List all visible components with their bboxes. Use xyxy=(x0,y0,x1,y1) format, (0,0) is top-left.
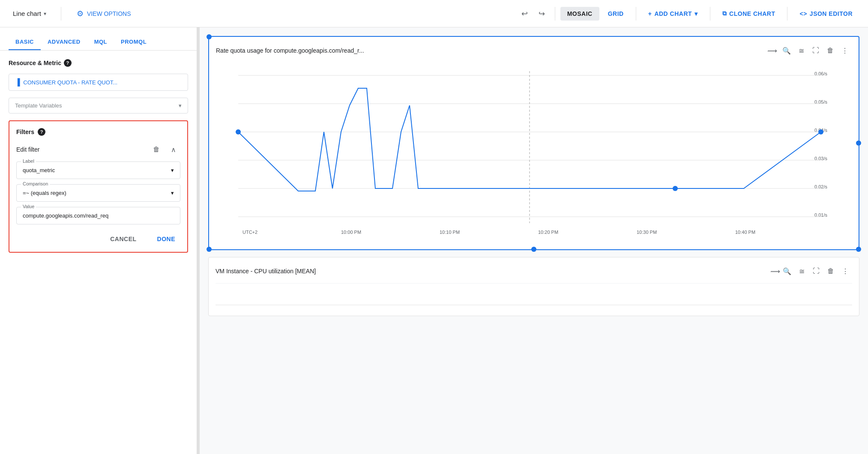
expand-button-1[interactable]: ⛶ xyxy=(809,44,823,57)
tab-basic[interactable]: BASIC xyxy=(9,34,41,50)
view-options-button[interactable]: ⚙ VIEW OPTIONS xyxy=(72,6,136,21)
more-icon-2: ⋮ xyxy=(842,267,849,275)
code-icon: <> xyxy=(799,10,807,17)
clone-chart-button[interactable]: ⧉ CLONE CHART xyxy=(715,6,782,21)
tab-mql[interactable]: MQL xyxy=(87,34,114,50)
comparison-field: Comparison =~ (equals regex) ▾ xyxy=(16,184,180,202)
expand-button-2[interactable]: ⛶ xyxy=(809,264,823,278)
chart-title-1: Rate quota usage for compute.googleapis.… xyxy=(216,47,765,54)
selection-dot-br[interactable] xyxy=(856,247,861,252)
selection-dot-bc[interactable] xyxy=(531,247,536,252)
metric-selector-button[interactable]: ▐ CONSUMER QUOTA - RATE QUOT... xyxy=(9,74,188,91)
gear-icon: ⚙ xyxy=(77,9,84,18)
add-chart-button[interactable]: + ADD CHART ▾ xyxy=(641,7,705,21)
search-button-2[interactable]: 🔍 xyxy=(780,264,794,278)
cancel-button[interactable]: CANCEL xyxy=(105,233,141,245)
tab-promql[interactable]: PROMQL xyxy=(114,34,153,50)
svg-text:10:00 PM: 10:00 PM xyxy=(341,230,361,235)
selection-dot-bl[interactable] xyxy=(207,247,212,252)
plus-icon: + xyxy=(648,10,652,17)
mosaic-button[interactable]: MOSAIC xyxy=(560,7,599,21)
filter-button-1[interactable]: ≅ xyxy=(794,44,808,57)
undo-button[interactable]: ↩ xyxy=(517,6,533,21)
panel-content: Resource & Metric ? ▐ CONSUMER QUOTA - R… xyxy=(0,51,197,261)
undo-icon: ↩ xyxy=(521,9,528,18)
chart-2-svg xyxy=(216,284,852,309)
chart-card-2: VM Instance - CPU utilization [MEAN] ⟿ 🔍… xyxy=(208,257,859,316)
filter-button-2[interactable]: ≅ xyxy=(795,264,808,278)
json-editor-button[interactable]: <> JSON EDITOR xyxy=(793,7,859,21)
delete-filter-button[interactable]: 🗑 xyxy=(150,143,163,156)
selection-dot-mr[interactable] xyxy=(856,140,861,146)
svg-text:10:10 PM: 10:10 PM xyxy=(440,230,460,235)
resource-metric-help-icon[interactable]: ? xyxy=(64,59,72,67)
chart-header-1: Rate quota usage for compute.googleapis.… xyxy=(216,44,852,57)
done-button[interactable]: DONE xyxy=(152,233,180,245)
add-chart-label: ADD CHART xyxy=(654,10,692,17)
svg-text:UTC+2: UTC+2 xyxy=(242,230,257,235)
template-variables-select[interactable]: Template Variables ▾ xyxy=(9,98,188,114)
collapse-filter-button[interactable]: ∧ xyxy=(167,143,180,156)
mosaic-label: MOSAIC xyxy=(567,10,593,17)
clone-chart-label: CLONE CHART xyxy=(729,10,775,17)
resource-metric-section: Resource & Metric ? xyxy=(9,59,188,67)
value-field-legend: Value xyxy=(21,204,36,209)
left-panel: BASIC ADVANCED MQL PROMQL Resource & Met… xyxy=(0,27,197,454)
sparkline-icon-2[interactable]: ⟿ xyxy=(770,267,780,275)
filters-header: Filters ? xyxy=(16,128,180,136)
redo-icon: ↪ xyxy=(539,9,545,18)
more-icon-1: ⋮ xyxy=(841,47,848,55)
expand-icon-2: ⛶ xyxy=(813,267,820,275)
tab-advanced[interactable]: ADVANCED xyxy=(41,34,87,50)
chart-2-body xyxy=(216,283,852,309)
metric-btn-label: CONSUMER QUOTA - RATE QUOT... xyxy=(23,79,117,86)
more-button-1[interactable]: ⋮ xyxy=(838,44,852,57)
filters-section: Filters ? Edit filter 🗑 ∧ xyxy=(9,120,188,253)
filter-actions-row: CANCEL DONE xyxy=(16,230,180,245)
toolbar-divider-5 xyxy=(787,7,787,21)
grid-label: GRID xyxy=(608,10,624,17)
grid-button[interactable]: GRID xyxy=(601,7,631,21)
filters-label: Filters xyxy=(16,128,34,135)
json-editor-label: JSON EDITOR xyxy=(810,10,853,17)
filter-icon-2: ≅ xyxy=(799,267,805,275)
comparison-chevron-icon[interactable]: ▾ xyxy=(171,190,174,196)
chart-svg-container-1: 0.06/s 0.05/s 0.04/s 0.03/s 0.02/s 0.01/… xyxy=(216,63,852,242)
svg-text:10:30 PM: 10:30 PM xyxy=(637,230,657,235)
search-button-1[interactable]: 🔍 xyxy=(780,44,793,57)
top-toolbar: Line chart ▾ ⚙ VIEW OPTIONS ↩ ↪ MOSAIC G… xyxy=(0,0,868,27)
label-chevron-icon[interactable]: ▾ xyxy=(171,167,174,173)
chart-title-2: VM Instance - CPU utilization [MEAN] xyxy=(216,268,767,275)
filters-help-icon[interactable]: ? xyxy=(38,128,45,136)
delete-button-1[interactable]: 🗑 xyxy=(823,44,837,57)
chart-header-icons-1: ⟿ 🔍 ≅ ⛶ 🗑 ⋮ xyxy=(765,44,852,57)
edit-filter-label: Edit filter xyxy=(16,146,39,153)
toolbar-divider-3 xyxy=(636,7,636,21)
view-options-label: VIEW OPTIONS xyxy=(87,10,131,17)
label-field-legend: Label xyxy=(21,158,36,164)
resource-metric-label: Resource & Metric ? xyxy=(9,59,188,67)
svg-text:10:40 PM: 10:40 PM xyxy=(735,230,755,235)
toolbar-divider xyxy=(61,7,61,21)
search-icon-2: 🔍 xyxy=(783,267,791,275)
value-field-value: compute.googleapis.com/read_req xyxy=(23,212,108,219)
delete-button-2[interactable]: 🗑 xyxy=(824,264,838,278)
tabs-row: BASIC ADVANCED MQL PROMQL xyxy=(0,27,197,51)
comparison-field-value: =~ (equals regex) xyxy=(23,190,66,196)
redo-button[interactable]: ↪ xyxy=(534,6,550,21)
template-variables-label: Template Variables xyxy=(15,102,62,109)
svg-text:10:20 PM: 10:20 PM xyxy=(538,230,558,235)
selection-dot-tl[interactable] xyxy=(207,34,212,39)
template-variables-chevron-icon: ▾ xyxy=(179,102,182,109)
expand-icon-1: ⛶ xyxy=(812,47,819,54)
main-layout: BASIC ADVANCED MQL PROMQL Resource & Met… xyxy=(0,27,868,454)
chart-type-selector[interactable]: Line chart ▾ xyxy=(9,7,51,20)
chart-header-2: VM Instance - CPU utilization [MEAN] ⟿ 🔍… xyxy=(216,264,852,278)
bar-chart-icon: ▐ xyxy=(15,78,20,86)
toolbar-divider-2 xyxy=(555,7,555,21)
filter-icon-1: ≅ xyxy=(799,47,804,55)
comparison-field-legend: Comparison xyxy=(21,181,50,186)
more-button-2[interactable]: ⋮ xyxy=(838,264,852,278)
sparkline-button-1[interactable]: ⟿ xyxy=(765,44,779,57)
chart-header-icons-2: 🔍 ≅ ⛶ 🗑 ⋮ xyxy=(780,264,852,278)
